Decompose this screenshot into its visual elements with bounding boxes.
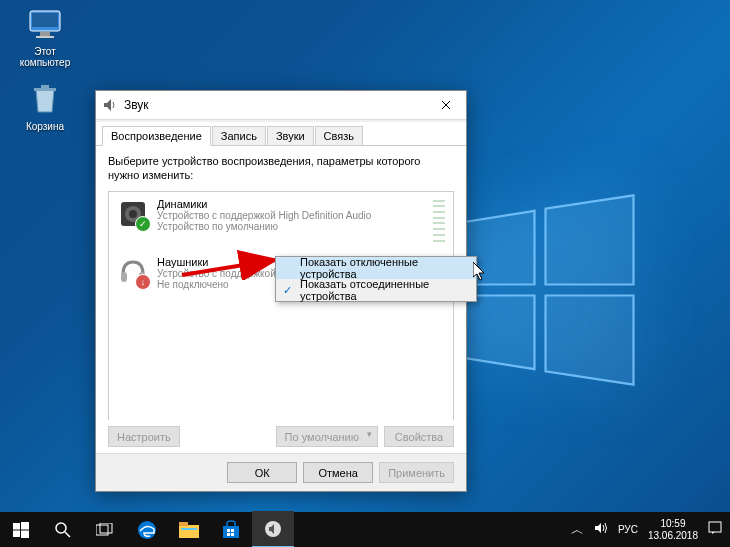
svg-point-8 bbox=[129, 210, 137, 218]
configure-button[interactable]: Настроить bbox=[108, 426, 180, 447]
tray-notifications-icon[interactable] bbox=[708, 521, 722, 538]
svg-rect-2 bbox=[40, 32, 50, 36]
start-button[interactable] bbox=[0, 512, 42, 547]
device-name: Динамики bbox=[157, 198, 433, 210]
device-status: Устройство по умолчанию bbox=[157, 221, 433, 232]
sound-icon bbox=[102, 97, 118, 113]
speaker-icon: ✓ bbox=[117, 198, 149, 230]
ctx-show-disabled[interactable]: Показать отключенные устройства bbox=[276, 257, 476, 279]
svg-rect-9 bbox=[121, 272, 127, 282]
svg-rect-14 bbox=[21, 522, 29, 530]
taskbar-app-store[interactable] bbox=[210, 512, 252, 547]
check-icon: ✓ bbox=[281, 284, 293, 297]
device-desc: Устройство с поддержкой High Definition … bbox=[157, 210, 433, 221]
tab-strip: Воспроизведение Запись Звуки Связь bbox=[96, 122, 466, 146]
instruction-text: Выберите устройство воспроизведения, пар… bbox=[108, 154, 454, 183]
dialog-button-row: ОК Отмена Применить bbox=[96, 453, 466, 491]
taskbar-app-sound[interactable] bbox=[252, 511, 294, 547]
desktop-icon-this-pc[interactable]: Этот компьютер bbox=[10, 5, 80, 68]
svg-rect-24 bbox=[181, 528, 197, 530]
search-button[interactable] bbox=[42, 512, 84, 547]
desktop[interactable]: Этот компьютер Корзина bbox=[0, 0, 730, 547]
ctx-label: Показать отключенные устройства bbox=[300, 256, 470, 280]
vu-meter bbox=[433, 198, 445, 244]
svg-rect-15 bbox=[13, 530, 20, 537]
dialog-title: Звук bbox=[124, 98, 426, 112]
device-item-speakers[interactable]: ✓ Динамики Устройство с поддержкой High … bbox=[109, 192, 453, 250]
ctx-label: Показать отсоединенные устройства bbox=[300, 278, 470, 302]
tray-volume-icon[interactable] bbox=[594, 521, 608, 538]
down-badge-icon: ↓ bbox=[135, 274, 151, 290]
svg-rect-27 bbox=[231, 529, 234, 532]
close-button[interactable] bbox=[426, 91, 466, 119]
task-view-button[interactable] bbox=[84, 512, 126, 547]
tray-language[interactable]: РУС bbox=[618, 524, 638, 535]
svg-line-18 bbox=[65, 532, 70, 537]
system-tray[interactable]: ︿ РУС 10:59 13.06.2018 bbox=[571, 518, 730, 542]
svg-rect-31 bbox=[709, 522, 721, 532]
ctx-show-disconnected[interactable]: ✓ Показать отсоединенные устройства bbox=[276, 279, 476, 301]
dialog-button-row-upper: Настроить По умолчанию Свойства bbox=[96, 420, 466, 453]
check-badge-icon: ✓ bbox=[135, 216, 151, 232]
tray-date: 13.06.2018 bbox=[648, 530, 698, 542]
context-menu: Показать отключенные устройства ✓ Показа… bbox=[275, 256, 477, 302]
tab-sounds[interactable]: Звуки bbox=[267, 126, 314, 145]
taskbar-app-explorer[interactable] bbox=[168, 512, 210, 547]
svg-rect-29 bbox=[231, 533, 234, 536]
svg-rect-23 bbox=[179, 522, 188, 526]
tray-clock[interactable]: 10:59 13.06.2018 bbox=[648, 518, 698, 542]
svg-rect-5 bbox=[41, 85, 49, 88]
tab-communications[interactable]: Связь bbox=[315, 126, 363, 145]
svg-rect-1 bbox=[32, 13, 58, 27]
desktop-icon-recycle-bin[interactable]: Корзина bbox=[10, 80, 80, 132]
svg-point-17 bbox=[56, 523, 66, 533]
tab-recording[interactable]: Запись bbox=[212, 126, 266, 145]
svg-rect-3 bbox=[36, 36, 54, 38]
svg-rect-13 bbox=[13, 523, 20, 530]
headphones-icon: ↓ bbox=[117, 256, 149, 288]
desktop-icon-label: Этот компьютер bbox=[10, 46, 80, 68]
properties-button[interactable]: Свойства bbox=[384, 426, 454, 447]
desktop-icon-label: Корзина bbox=[10, 121, 80, 132]
tray-chevron-up-icon[interactable]: ︿ bbox=[571, 521, 584, 539]
apply-button[interactable]: Применить bbox=[379, 462, 454, 483]
tray-time: 10:59 bbox=[648, 518, 698, 530]
device-list[interactable]: ✓ Динамики Устройство с поддержкой High … bbox=[108, 191, 454, 423]
taskbar-app-edge[interactable] bbox=[126, 512, 168, 547]
taskbar[interactable]: ︿ РУС 10:59 13.06.2018 bbox=[0, 512, 730, 547]
svg-rect-22 bbox=[179, 525, 199, 538]
ok-button[interactable]: ОК bbox=[227, 462, 297, 483]
tab-playback[interactable]: Воспроизведение bbox=[102, 126, 211, 146]
cancel-button[interactable]: Отмена bbox=[303, 462, 373, 483]
svg-rect-4 bbox=[34, 88, 56, 91]
svg-rect-26 bbox=[227, 529, 230, 532]
svg-rect-16 bbox=[21, 530, 29, 538]
set-default-button[interactable]: По умолчанию bbox=[276, 426, 378, 447]
dialog-titlebar[interactable]: Звук bbox=[96, 91, 466, 120]
svg-rect-28 bbox=[227, 533, 230, 536]
